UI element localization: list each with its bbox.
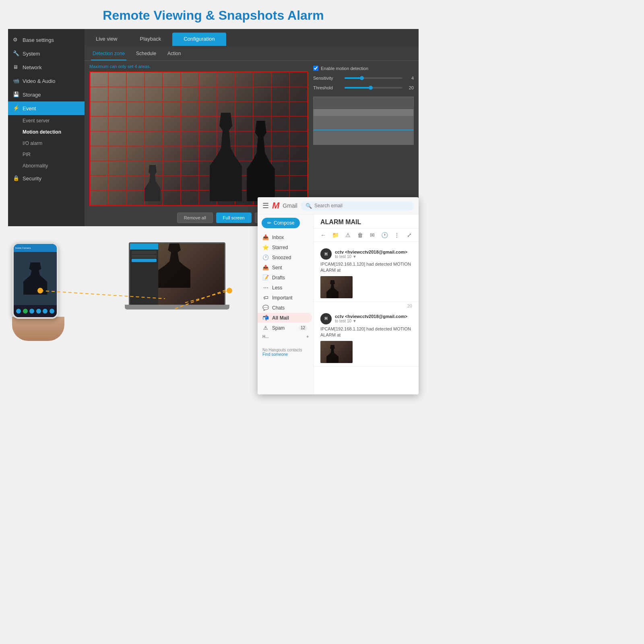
laptop-base xyxy=(125,305,229,310)
alarm-mail-header: ALARM MAIL xyxy=(314,215,419,229)
phone-btn-1[interactable] xyxy=(16,309,21,314)
sidebar-item-video-audio[interactable]: 📹 Video & Audio xyxy=(8,74,85,88)
sidebar-sub-motion-detection[interactable]: Motion detection xyxy=(8,126,85,138)
email-body-1: IPCAM[192.168.1.120] had detected MOTION… xyxy=(320,261,412,274)
gmail-logo-m: M xyxy=(272,200,279,211)
toolbar-archive-btn[interactable]: 📁 xyxy=(331,230,341,240)
sub-tab-detection-zone[interactable]: Detection zone xyxy=(91,49,126,60)
hangouts-section: No Hangouts contacts Find someone xyxy=(258,345,314,360)
section-label: H... xyxy=(262,334,269,339)
sensitivity-thumb[interactable] xyxy=(360,76,364,80)
gmail-menu-icon[interactable]: ☰ xyxy=(262,201,269,210)
enable-motion-label: Enable motion detection xyxy=(321,66,368,71)
gmail-nav-chats[interactable]: 💬 Chats xyxy=(258,303,312,313)
main-content: Live view Playback Configuration Detecti… xyxy=(85,29,419,226)
system-icon: 🔧 xyxy=(13,50,19,57)
tab-configuration[interactable]: Configuration xyxy=(172,33,226,46)
toolbar-spam-btn[interactable]: ⚠ xyxy=(343,230,353,240)
compose-label: Compose xyxy=(274,220,294,226)
phone-bottom-bar xyxy=(14,305,57,317)
phone-btn-2[interactable] xyxy=(23,309,28,314)
sub-tab-action[interactable]: Action xyxy=(166,49,182,60)
gmail-nav-starred[interactable]: ⭐ Starred xyxy=(258,242,312,252)
enable-motion-row: Enable motion detection xyxy=(313,66,414,71)
threshold-slider[interactable] xyxy=(345,87,402,89)
video-audio-icon: 📹 xyxy=(13,78,19,84)
laptop-mini-ui xyxy=(130,244,224,305)
gmail-nav-less[interactable]: ⋯ Less xyxy=(258,283,312,293)
full-screen-button[interactable]: Full screen xyxy=(216,213,252,223)
toolbar-delete-btn[interactable]: 🗑 xyxy=(356,230,365,240)
sidebar-item-security[interactable]: 🔒 Security xyxy=(8,171,85,185)
gmail-topbar: ☰ M Gmail 🔍 xyxy=(258,197,419,215)
laptop-wrapper xyxy=(125,238,229,310)
search-email-input[interactable] xyxy=(314,203,409,208)
compose-button[interactable]: ✏ Compose xyxy=(262,218,300,228)
snapshot-silhouette-1 xyxy=(326,280,339,298)
phone-btn-6[interactable] xyxy=(50,309,54,314)
email-sender-1: H cctv <hviewcctv2018@gmail.com> to test… xyxy=(320,248,412,260)
gmail-search-bar[interactable]: 🔍 xyxy=(301,201,414,211)
sensitivity-slider[interactable] xyxy=(345,77,402,79)
starred-label: Starred xyxy=(272,245,288,250)
sidebar-item-storage[interactable]: 💾 Storage xyxy=(8,88,85,101)
event-icon: ⚡ xyxy=(13,105,19,111)
email-avatar-2: H xyxy=(320,313,332,324)
remove-all-button[interactable]: Remove all xyxy=(177,213,213,223)
sidebar-item-event[interactable]: ⚡ Event xyxy=(8,101,85,115)
email-sender-info-1: cctv <hviewcctv2018@gmail.com> to test 1… xyxy=(335,250,412,259)
gmail-nav-snoozed[interactable]: 🕐 Snoozed xyxy=(258,252,312,262)
gmail-nav-inbox[interactable]: 📥 Inbox xyxy=(258,232,312,242)
gmail-nav-sent[interactable]: 📤 Sent xyxy=(258,262,312,272)
tab-live-view[interactable]: Live view xyxy=(85,33,128,46)
gmail-logo-label: Gmail xyxy=(283,202,297,209)
snoozed-icon: 🕐 xyxy=(262,254,269,260)
hangouts-find-someone[interactable]: Find someone xyxy=(262,352,309,357)
sub-tab-schedule[interactable]: Schedule xyxy=(134,49,158,60)
network-icon: 🖥 xyxy=(13,64,19,70)
tab-playback[interactable]: Playback xyxy=(128,33,172,46)
toolbar-more-btn[interactable]: ⋮ xyxy=(392,230,402,240)
enable-motion-checkbox[interactable] xyxy=(313,66,318,71)
sidebar-item-system[interactable]: 🔧 System xyxy=(8,47,85,60)
phone-btn-3[interactable] xyxy=(29,309,34,314)
phone-btn-5[interactable] xyxy=(43,309,47,314)
spam-label: Spam xyxy=(272,325,285,331)
video-container xyxy=(89,71,308,206)
gmail-section-header: H... + xyxy=(258,333,314,341)
sub-tabs-bar: Detection zone Schedule Action xyxy=(85,46,419,61)
inbox-icon: 📥 xyxy=(262,234,269,240)
gmail-nav-drafts[interactable]: 📝 Drafts xyxy=(258,272,312,283)
email-item-1: H cctv <hviewcctv2018@gmail.com> to test… xyxy=(314,245,419,302)
compose-icon: ✏ xyxy=(267,220,271,226)
sidebar-sub-event-server[interactable]: Event server xyxy=(8,115,85,126)
search-icon: 🔍 xyxy=(305,203,312,209)
laptop-mini-video xyxy=(158,244,224,305)
sidebar-sub-io-alarm[interactable]: I/O alarm xyxy=(8,138,85,149)
email-thread: H cctv <hviewcctv2018@gmail.com> to test… xyxy=(314,242,419,394)
chats-icon: 💬 xyxy=(262,305,269,311)
phone-btn-4[interactable] xyxy=(36,309,41,314)
less-label: Less xyxy=(272,285,282,291)
sidebar-sub-pir[interactable]: PIR xyxy=(8,149,85,160)
toolbar-back-btn[interactable]: ← xyxy=(319,230,328,240)
email-to-2: to test 10 ▼ xyxy=(335,319,412,323)
toolbar-expand-btn[interactable]: ⤢ xyxy=(405,230,414,240)
laptop-mini-sidebar xyxy=(130,244,158,305)
email-count: 20 xyxy=(314,302,419,310)
gmail-nav-important[interactable]: 🏷 Important xyxy=(258,293,312,303)
sidebar-item-base-settings[interactable]: ⚙ Base settings xyxy=(8,33,85,47)
toolbar-email-btn[interactable]: ✉ xyxy=(368,230,377,240)
laptop-device xyxy=(125,242,229,310)
section-add-icon[interactable]: + xyxy=(306,334,309,339)
sidebar-sub-abnormality[interactable]: Abnormality xyxy=(8,160,85,171)
motion-graph xyxy=(313,97,414,145)
toolbar-clock-btn[interactable]: 🕐 xyxy=(380,230,390,240)
gmail-nav-all-mail[interactable]: 📬 All Mail xyxy=(258,313,312,323)
threshold-thumb[interactable] xyxy=(369,86,373,90)
gmail-sidebar: ✏ Compose 📥 Inbox ⭐ Starred 🕐 Snoozed 📤 … xyxy=(258,215,314,394)
camera-sidebar: ⚙ Base settings 🔧 System 🖥 Network 📹 Vid… xyxy=(8,29,85,226)
settings-panel: Enable motion detection Sensitivity 4 Th… xyxy=(313,64,414,206)
gmail-nav-spam[interactable]: ⚠ Spam 12 xyxy=(258,323,312,333)
sidebar-item-network[interactable]: 🖥 Network xyxy=(8,60,85,74)
